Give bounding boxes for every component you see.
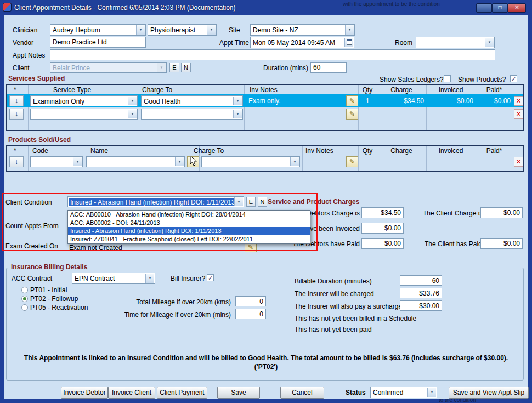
service-charge-to-value: Good Health bbox=[144, 97, 233, 106]
service-charge-to-select-empty[interactable]: ▼ bbox=[141, 109, 243, 120]
invoice-debtor-button[interactable]: Invoice Debtor bbox=[61, 387, 108, 399]
mileage-time-field[interactable]: 0 bbox=[235, 309, 266, 319]
count-appts-from-label: Count Appts From bbox=[5, 222, 59, 230]
appt-time-picker[interactable]: Mon 05 May 2014 09:45 AM bbox=[250, 37, 354, 48]
client-condition-value: Insured - Abrasion Hand (infection) Righ… bbox=[69, 198, 234, 206]
column-divider bbox=[28, 85, 29, 130]
condition-edit-button[interactable]: E bbox=[246, 197, 256, 207]
debtor-charge-value: $34.50 bbox=[361, 207, 404, 218]
acc-contract-select[interactable]: EPN Contract ▼ bbox=[72, 273, 155, 284]
maximize-button[interactable]: □ bbox=[492, 3, 508, 13]
invoice-client-button[interactable]: Invoice Client bbox=[108, 387, 155, 399]
condition-new-button[interactable]: N bbox=[258, 197, 267, 207]
site-select[interactable]: Demo Site - NZ ▼ bbox=[250, 24, 355, 36]
radio-pt05[interactable] bbox=[21, 304, 28, 311]
site-label: Site bbox=[229, 26, 240, 34]
service-type-select-empty[interactable]: ▼ bbox=[30, 109, 138, 120]
billing-summary-line2: ('PT02') bbox=[4, 363, 528, 371]
service-type-value: Examination Only bbox=[33, 97, 127, 106]
vendor-field[interactable]: Demo Practice Ltd bbox=[50, 37, 146, 48]
maximize-icon: □ bbox=[498, 4, 501, 10]
appt-notes-field[interactable] bbox=[50, 49, 495, 60]
condition-option[interactable]: Insured: ZZ01041 - Fracture Scaphoid (cl… bbox=[68, 235, 310, 243]
app-icon bbox=[3, 3, 12, 12]
service-type-select[interactable]: Examination Only ▼ bbox=[30, 95, 138, 106]
product-name-select[interactable]: ▼ bbox=[86, 156, 185, 167]
products-header-paid: Paid* bbox=[476, 147, 513, 155]
services-header-star: * bbox=[14, 86, 16, 94]
products-header-invoiced: Invoiced bbox=[426, 147, 476, 155]
chevron-down-icon: ▼ bbox=[128, 97, 137, 105]
delete-icon: ✕ bbox=[516, 158, 521, 166]
chevron-down-icon: ▼ bbox=[233, 97, 242, 105]
close-button[interactable]: ✕ bbox=[508, 3, 526, 13]
row-selector-button[interactable]: ↓ bbox=[9, 95, 24, 106]
mileage-field[interactable]: 0 bbox=[235, 296, 266, 306]
client-condition-select[interactable]: Insured - Abrasion Hand (infection) Righ… bbox=[67, 196, 244, 207]
products-header-qty: Qty bbox=[358, 147, 377, 155]
room-select[interactable]: ▼ bbox=[416, 37, 495, 48]
bill-insurer-label: Bill Insurer? bbox=[171, 275, 205, 282]
status-select[interactable]: Confirmed ▼ bbox=[370, 387, 437, 398]
insurer-charge-label: The Insurer will be charged bbox=[295, 290, 374, 298]
column-divider bbox=[302, 146, 303, 171]
client-new-button[interactable]: N bbox=[181, 63, 191, 72]
client-value: Belair Prince bbox=[53, 64, 156, 72]
delete-product-row-button[interactable]: ✕ bbox=[514, 157, 523, 167]
minimize-button[interactable]: – bbox=[476, 3, 492, 13]
not-paid-text: This has not yet been paid bbox=[295, 326, 372, 333]
show-sales-ledgers-label: Show Sales Ledgers? bbox=[380, 76, 444, 83]
service-charge: $34.50 bbox=[378, 97, 424, 105]
condition-dropdown-list: ACC: AB00010 - Abrasion Hand (infection)… bbox=[67, 210, 310, 244]
product-edit-button[interactable]: ✎ bbox=[187, 156, 199, 167]
site-value: Demo Site - NZ bbox=[253, 26, 344, 35]
delete-icon: ✕ bbox=[516, 110, 521, 118]
services-header-charge: Charge bbox=[377, 86, 426, 94]
bill-insurer-checkbox[interactable]: ✓ bbox=[207, 274, 214, 281]
product-edit-notes-button[interactable]: ✎ bbox=[346, 156, 358, 167]
row-selector-button[interactable]: ↓ bbox=[9, 109, 24, 120]
product-charge-to-select[interactable]: ▼ bbox=[201, 156, 300, 167]
column-divider bbox=[244, 85, 245, 130]
product-code-select[interactable]: ▼ bbox=[30, 156, 83, 167]
products-table: * Code Name Charge To Inv Notes Qty Char… bbox=[6, 145, 524, 172]
cancel-button[interactable]: Cancel bbox=[280, 387, 324, 399]
clinician-label: Clinician bbox=[13, 26, 37, 34]
charges-section-title: Service and Product Charges bbox=[268, 198, 359, 206]
service-inv-notes: Exam only. bbox=[248, 97, 280, 105]
show-products-checkbox[interactable]: ✓ bbox=[510, 75, 517, 82]
duration-field[interactable]: 60 bbox=[310, 62, 347, 73]
show-sales-ledgers-checkbox[interactable] bbox=[444, 75, 451, 82]
client-payment-button[interactable]: Client Payment bbox=[157, 387, 207, 399]
delete-service-row-button[interactable]: ✕ bbox=[514, 109, 523, 119]
client-paid-label: The Client has Paid bbox=[425, 240, 482, 248]
row-selector-button[interactable]: ↓ bbox=[9, 156, 24, 167]
save-button[interactable]: Save bbox=[217, 387, 260, 399]
radio-pt05-label: PT05 - Reactivation bbox=[30, 304, 88, 311]
client-edit-button[interactable]: E bbox=[169, 63, 179, 72]
radio-pt01[interactable] bbox=[21, 287, 28, 293]
appt-notes-label: Appt Notes bbox=[13, 52, 45, 59]
condition-option[interactable]: ACC: AB00002 - DOI: 24/11/2013 bbox=[68, 219, 310, 227]
room-label: Room bbox=[395, 39, 412, 47]
appointment-details-dialog: Clinician Audrey Hepbum ▼ Physiotherapis… bbox=[4, 15, 528, 399]
products-header-code: Code bbox=[32, 147, 48, 155]
acc-contract-label: ACC Contract bbox=[12, 275, 52, 282]
save-and-view-appt-slip-button[interactable]: Save and View Appt Slip bbox=[449, 387, 529, 399]
condition-option[interactable]: ACC: AB00010 - Abrasion Hand (infection)… bbox=[68, 211, 310, 219]
client-field: Belair Prince ▼ bbox=[50, 62, 167, 73]
column-divider bbox=[513, 146, 513, 171]
service-edit-notes-button[interactable]: ✎ bbox=[346, 109, 358, 120]
service-invoiced: $0.00 bbox=[427, 97, 473, 105]
delete-service-row-button[interactable]: ✕ bbox=[514, 96, 523, 106]
profession-select[interactable]: Physiotherapist ▼ bbox=[148, 24, 217, 36]
clinician-select[interactable]: Audrey Hepbum ▼ bbox=[50, 24, 146, 36]
radio-pt02[interactable] bbox=[21, 296, 28, 302]
radio-pt02-label: PT02 - Followup bbox=[30, 295, 78, 303]
service-edit-notes-button[interactable]: ✎ bbox=[346, 95, 358, 106]
duration-label: Duration (mins) bbox=[263, 64, 308, 72]
condition-option-selected[interactable]: Insured - Abrasion Hand (infection) Righ… bbox=[68, 227, 310, 235]
client-condition-label: Client Condition bbox=[5, 198, 52, 206]
service-charge-to-select[interactable]: Good Health ▼ bbox=[141, 95, 243, 106]
chevron-down-icon: ▼ bbox=[136, 25, 145, 35]
